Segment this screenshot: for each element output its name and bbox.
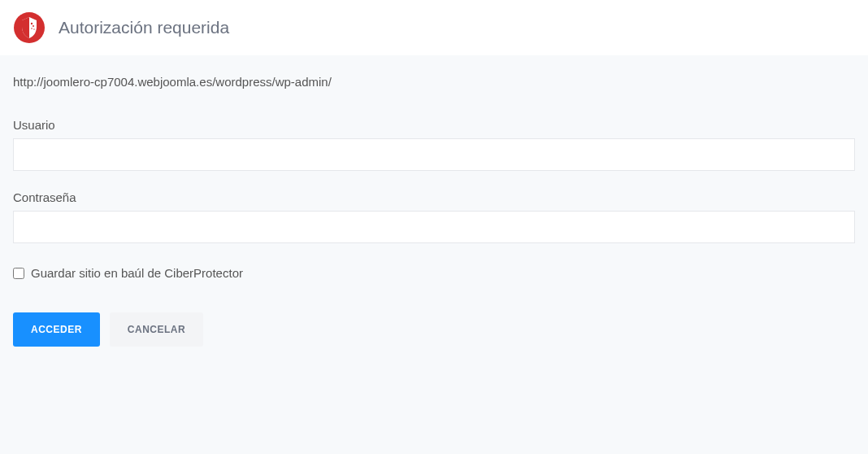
svg-point-4 <box>33 28 34 29</box>
password-label: Contraseña <box>13 190 855 204</box>
svg-point-2 <box>33 25 34 27</box>
auth-url: http://joomlero-cp7004.webjoomla.es/word… <box>13 75 855 89</box>
dialog-header: Autorización requerida <box>0 0 868 55</box>
save-site-checkbox-row: Guardar sitio en baúl de CiberProtector <box>13 266 855 280</box>
password-input[interactable] <box>13 211 855 243</box>
cancel-button[interactable]: CANCELAR <box>110 312 203 347</box>
save-site-label[interactable]: Guardar sitio en baúl de CiberProtector <box>31 266 243 280</box>
svg-point-1 <box>31 23 33 24</box>
shield-logo-icon <box>13 11 46 44</box>
submit-button[interactable]: ACCEDER <box>13 312 100 347</box>
svg-point-3 <box>31 28 33 29</box>
username-label: Usuario <box>13 118 855 132</box>
save-site-checkbox[interactable] <box>13 268 24 279</box>
username-input[interactable] <box>13 138 855 171</box>
dialog-title: Autorización requerida <box>59 18 229 37</box>
button-row: ACCEDER CANCELAR <box>13 312 855 347</box>
username-field-group: Usuario <box>13 118 855 171</box>
password-field-group: Contraseña <box>13 190 855 243</box>
dialog-content: http://joomlero-cp7004.webjoomla.es/word… <box>0 55 868 454</box>
